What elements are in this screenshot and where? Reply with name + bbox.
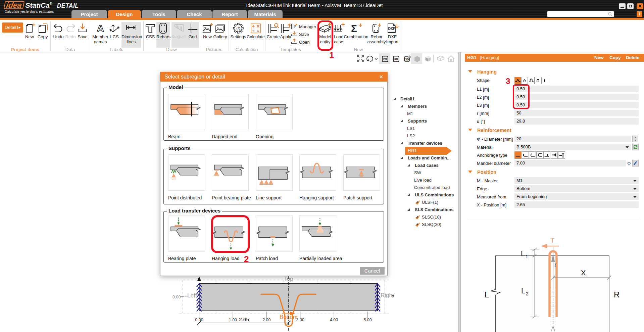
svg-text:Σ: Σ bbox=[351, 23, 357, 34]
svg-text:=: = bbox=[257, 28, 259, 33]
svg-text:2: 2 bbox=[526, 291, 529, 296]
svg-text:2.00: 2.00 bbox=[262, 318, 270, 322]
svg-text:R: R bbox=[614, 290, 620, 299]
svg-text:3D: 3D bbox=[405, 58, 409, 61]
svg-text:4.00: 4.00 bbox=[330, 318, 338, 322]
svg-text:⟨/⟩: ⟨/⟩ bbox=[236, 26, 241, 31]
svg-text:A: A bbox=[97, 23, 104, 34]
svg-text:r: r bbox=[554, 262, 556, 268]
svg-text:T: T bbox=[550, 237, 554, 244]
svg-text:DXF: DXF bbox=[388, 27, 396, 31]
svg-text:L: L bbox=[521, 287, 525, 295]
svg-text:÷: ÷ bbox=[252, 28, 254, 33]
svg-text:1: 1 bbox=[526, 254, 528, 259]
svg-text:3.00: 3.00 bbox=[296, 318, 304, 322]
svg-text:L: L bbox=[485, 290, 489, 299]
svg-text:1.00: 1.00 bbox=[229, 318, 237, 322]
svg-text:0.00: 0.00 bbox=[172, 295, 181, 299]
svg-text:0.00: 0.00 bbox=[195, 318, 203, 322]
svg-text:Left: Left bbox=[187, 292, 197, 299]
svg-text:2.65: 2.65 bbox=[239, 317, 249, 322]
svg-text:x: x bbox=[392, 293, 394, 298]
svg-text:2D: 2D bbox=[383, 57, 387, 61]
svg-text:X: X bbox=[581, 269, 586, 277]
svg-text:Top: Top bbox=[284, 276, 293, 282]
svg-text:5.00: 5.00 bbox=[363, 318, 371, 322]
svg-text:Bottom: Bottom bbox=[280, 314, 298, 320]
svg-text:L: L bbox=[521, 249, 525, 258]
svg-text:3D: 3D bbox=[394, 57, 398, 61]
